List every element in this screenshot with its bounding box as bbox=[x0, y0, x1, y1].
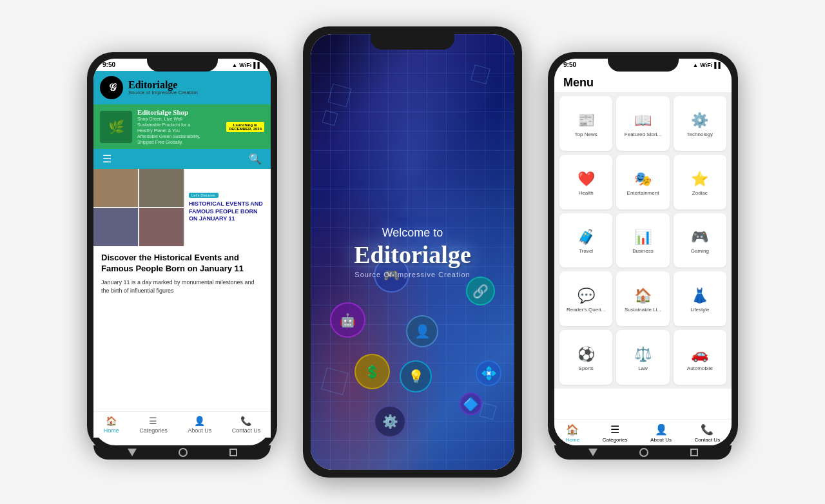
gaming-icon: 🎮 bbox=[691, 229, 708, 246]
travel-icon: 🧳 bbox=[578, 229, 595, 246]
readers-label: Reader's Queri... bbox=[567, 307, 605, 313]
article-side-title: HISTORICAL EVENTS AND FAMOUS PEOPLE BORN… bbox=[189, 200, 267, 223]
sports-label: Sports bbox=[579, 365, 594, 371]
article-excerpt: January 11 is a day marked by monumental… bbox=[101, 278, 263, 295]
law-label: Law bbox=[638, 365, 648, 371]
time-3: 9:50 bbox=[563, 61, 576, 68]
home-button-3 bbox=[639, 448, 648, 457]
image-grid bbox=[93, 169, 184, 246]
business-icon: 📊 bbox=[634, 229, 652, 246]
article-body: Discover the Historical Events and Famou… bbox=[93, 246, 271, 298]
shop-banner[interactable]: 🌿 Editorialge Shop Shop Green, Live Well… bbox=[93, 104, 271, 149]
nav-categories[interactable]: ☰ Categories bbox=[139, 416, 168, 434]
back-button-3 bbox=[588, 449, 597, 456]
lifestyle-icon: 👗 bbox=[691, 287, 708, 304]
p3-home-label: Home bbox=[566, 437, 579, 443]
splash-logo: Editorialge bbox=[354, 242, 471, 267]
img-1 bbox=[93, 169, 138, 207]
automobile-icon: 🚗 bbox=[691, 346, 708, 363]
menu-item-top-news[interactable]: 📰 Top News bbox=[559, 96, 612, 151]
p3-about-icon: 👤 bbox=[655, 423, 668, 436]
sports-icon: ⚽ bbox=[578, 346, 595, 363]
home-button bbox=[179, 448, 188, 457]
bottom-nav-3: 🏠 Home ☰ Categories 👤 About Us 📞 Contact… bbox=[554, 419, 732, 445]
splash-tagline: Source Of Impressive Creation bbox=[354, 271, 471, 278]
top-news-icon: 📰 bbox=[578, 112, 595, 129]
lifestyle-label: Lifestyle bbox=[690, 307, 709, 313]
bottom-nav-1: 🏠 Home ☰ Categories 👤 About Us 📞 Contact… bbox=[93, 411, 271, 438]
menu-item-travel[interactable]: 🧳 Travel bbox=[559, 213, 612, 268]
menu-item-sustainable[interactable]: 🏠 Sustainable Li... bbox=[616, 271, 669, 326]
article-main-title: Discover the Historical Events and Famou… bbox=[101, 253, 263, 275]
sustainable-label: Sustainable Li... bbox=[625, 307, 661, 313]
health-icon: ❤️ bbox=[578, 171, 595, 188]
menu-header: Menu bbox=[554, 71, 732, 92]
status-icons-3: ▲ WiFi ▌▌ bbox=[692, 62, 723, 68]
featured-label: Featured Stori... bbox=[625, 131, 661, 137]
menu-item-gaming[interactable]: 🎮 Gaming bbox=[674, 213, 726, 268]
nav-about[interactable]: 👤 About Us bbox=[188, 416, 211, 434]
menu-item-automobile[interactable]: 🚗 Automobile bbox=[674, 330, 726, 385]
hardware-bar-1 bbox=[93, 445, 271, 460]
splash-background: Welcome to Editorialge Source Of Impress… bbox=[311, 34, 514, 470]
shop-badge: Launching inDECEMBER, 2024 bbox=[226, 122, 264, 132]
p3-nav-home[interactable]: 🏠 Home bbox=[566, 423, 579, 443]
p3-categories-label: Categories bbox=[603, 437, 628, 443]
zodiac-label: Zodiac bbox=[692, 190, 708, 196]
automobile-label: Automobile bbox=[687, 365, 713, 371]
p3-about-label: About Us bbox=[650, 437, 672, 443]
brand-text: Editorialge Source of Impressive Creatio… bbox=[128, 79, 198, 96]
p3-contact-icon: 📞 bbox=[701, 423, 713, 436]
gear-icon: ⚙️ bbox=[374, 405, 406, 438]
menu-item-lifestyle[interactable]: 👗 Lifestyle bbox=[674, 271, 726, 326]
menu-item-law[interactable]: ⚖️ Law bbox=[616, 330, 669, 385]
bulb-icon: 💡 bbox=[400, 360, 432, 393]
search-icon[interactable]: 🔍 bbox=[249, 153, 262, 165]
splash-content: Welcome to Editorialge Source Of Impress… bbox=[341, 213, 484, 291]
p3-nav-contact[interactable]: 📞 Contact Us bbox=[695, 423, 721, 443]
menu-item-featured[interactable]: 📖 Featured Stori... bbox=[616, 96, 669, 151]
notch-2 bbox=[371, 33, 454, 50]
nav-about-label: About Us bbox=[188, 427, 211, 434]
gaming-label: Gaming bbox=[691, 248, 709, 254]
zodiac-icon: ⭐ bbox=[691, 171, 708, 188]
img-3 bbox=[93, 208, 138, 246]
categories-icon: ☰ bbox=[149, 416, 157, 426]
img-2 bbox=[139, 169, 184, 207]
nav-contact[interactable]: 📞 Contact Us bbox=[232, 416, 261, 434]
nav-categories-label: Categories bbox=[139, 427, 168, 434]
menu-item-technology[interactable]: ⚙️ Technology bbox=[674, 96, 726, 151]
app-header-1: 𝒢 Editorialge Source of Impressive Creat… bbox=[93, 71, 271, 104]
nav-home[interactable]: 🏠 Home bbox=[104, 416, 119, 434]
blue-icon: 💠 bbox=[476, 360, 501, 386]
nav-contact-label: Contact Us bbox=[232, 427, 261, 434]
p3-categories-icon: ☰ bbox=[610, 423, 619, 436]
entertainment-icon: 🎭 bbox=[634, 171, 652, 188]
menu-grid: 📰 Top News 📖 Featured Stori... ⚙️ Techno… bbox=[554, 92, 732, 389]
technology-icon: ⚙️ bbox=[691, 112, 708, 129]
p3-nav-categories[interactable]: ☰ Categories bbox=[603, 423, 628, 443]
readers-icon: 💬 bbox=[578, 287, 595, 304]
menu-item-readers[interactable]: 💬 Reader's Queri... bbox=[559, 271, 612, 326]
recents-button-3 bbox=[690, 449, 698, 456]
nav-bar-1: ☰ 🔍 bbox=[93, 149, 271, 169]
menu-item-health[interactable]: ❤️ Health bbox=[559, 155, 612, 209]
health-label: Health bbox=[579, 190, 594, 196]
hardware-bar-3 bbox=[554, 445, 732, 460]
menu-item-business[interactable]: 📊 Business bbox=[616, 213, 669, 268]
welcome-text: Welcome to bbox=[354, 226, 471, 240]
status-icons-1: ▲ WiFi ▌▌ bbox=[231, 62, 262, 68]
dollar-icon: 💲 bbox=[354, 354, 390, 389]
menu-item-zodiac[interactable]: ⭐ Zodiac bbox=[674, 155, 726, 209]
phone-3: 9:50 ▲ WiFi ▌▌ Menu 📰 Top News 📖 Feature… bbox=[548, 52, 738, 452]
hamburger-icon[interactable]: ☰ bbox=[102, 153, 112, 165]
contact-icon: 📞 bbox=[240, 416, 251, 426]
travel-label: Travel bbox=[579, 248, 593, 254]
p3-nav-about[interactable]: 👤 About Us bbox=[650, 423, 672, 443]
menu-item-sports[interactable]: ⚽ Sports bbox=[559, 330, 612, 385]
user-icon: 👤 bbox=[406, 315, 438, 347]
brand-name: Editorialge bbox=[128, 79, 198, 91]
notch-1 bbox=[147, 57, 218, 72]
menu-item-entertainment[interactable]: 🎭 Entertainment bbox=[616, 155, 669, 209]
article-block: Let's Discover HISTORICAL EVENTS AND FAM… bbox=[93, 169, 271, 246]
